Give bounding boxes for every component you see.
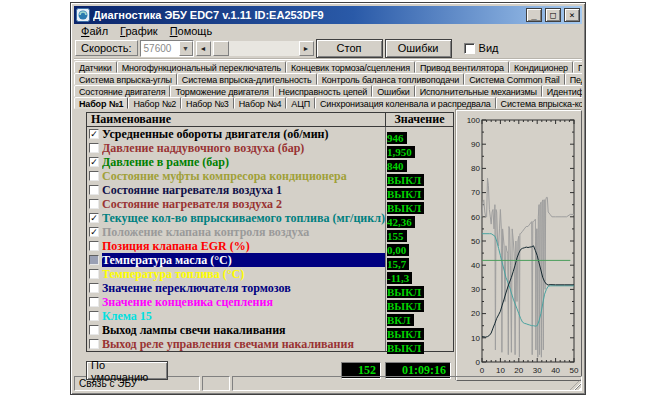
table-row[interactable]: ✓Усредненные обороты двигателя (об/мин)9… bbox=[87, 127, 453, 141]
row-checkbox[interactable] bbox=[89, 241, 99, 251]
view-checkbox-group[interactable]: Вид bbox=[464, 42, 499, 54]
tab-датчики[interactable]: Датчики bbox=[74, 61, 117, 73]
tab-система-впрыска-длительность[interactable]: Система впрыска-длительность bbox=[177, 73, 317, 85]
row-label: Клема 15 bbox=[102, 309, 385, 323]
row-checkbox[interactable] bbox=[89, 199, 99, 209]
table-row[interactable]: ✓Текущее кол-во впрыскиваемого топлива (… bbox=[87, 211, 453, 225]
table-row[interactable]: ✓Давление в рампе (бар)840 bbox=[87, 155, 453, 169]
tab-набор-№3[interactable]: Набор №3 bbox=[181, 97, 234, 109]
row-checkbox[interactable] bbox=[89, 283, 99, 293]
table-row[interactable]: Давление наддувочного воздуха (бар)1,950 bbox=[87, 141, 453, 155]
svg-text:50: 50 bbox=[570, 366, 579, 375]
maximize-button-icon[interactable]: □ bbox=[545, 8, 561, 22]
menu-item[interactable]: Файл bbox=[75, 24, 114, 38]
table-row[interactable]: Состояние нагревателя воздуха 2ВЫКЛ bbox=[87, 197, 453, 211]
row-checkbox[interactable] bbox=[89, 269, 99, 279]
close-button-icon[interactable]: × bbox=[564, 8, 580, 22]
row-checkbox[interactable] bbox=[89, 143, 99, 153]
tab-система-впрыска-количество[interactable]: Система впрыска-количество bbox=[496, 97, 582, 109]
row-checkbox[interactable]: ✓ bbox=[89, 129, 99, 139]
tab-ацп[interactable]: АЦП bbox=[286, 97, 315, 109]
svg-text:30: 30 bbox=[533, 366, 542, 375]
tab-синхронизация-коленвала-и-распредвала[interactable]: Синхронизация коленвала и распредвала bbox=[315, 97, 496, 109]
row-label: Давление в рампе (бар) bbox=[102, 155, 385, 169]
series-engine-rpm-noisy bbox=[482, 178, 574, 357]
menu-item[interactable]: График bbox=[114, 24, 164, 38]
live-chart: 010203040506070809010001020304050 bbox=[458, 113, 580, 378]
speed-combobox[interactable]: 57600 ▼ bbox=[140, 40, 194, 57]
tab-привод-вентилятора[interactable]: Привод вентилятора bbox=[415, 61, 509, 73]
tab-исполнительные-механизмы[interactable]: Исполнительные механизмы bbox=[415, 85, 542, 97]
row-value-cell: 15,7 bbox=[385, 253, 453, 267]
chevron-down-icon[interactable]: ▼ bbox=[179, 41, 193, 56]
tab-набор-№1[interactable]: Набор №1 bbox=[74, 97, 128, 109]
menu-item[interactable]: Помощь bbox=[164, 24, 219, 38]
parameters-table: Наименование Значение ✓Усредненные оборо… bbox=[86, 112, 454, 352]
title-bar[interactable]: Диагностика ЭБУ EDC7 v.1.11 ID:EA253DF9 … bbox=[74, 6, 582, 24]
row-checkbox[interactable] bbox=[89, 339, 99, 349]
table-row[interactable]: Позиция клапана EGR (%)0,00 bbox=[87, 239, 453, 253]
speed-scrollbar[interactable]: ◄ ► bbox=[196, 41, 314, 56]
row-checkbox[interactable] bbox=[89, 171, 99, 181]
scroll-right-icon[interactable]: ► bbox=[299, 41, 314, 56]
row-label: Состояние нагревателя воздуха 2 bbox=[102, 197, 385, 211]
tab-торможение-двигателя[interactable]: Торможение двигателя bbox=[170, 85, 273, 97]
default-button[interactable]: По умолчанию bbox=[86, 361, 168, 380]
table-row[interactable]: Значение концевика сцепленияВЫКЛ bbox=[87, 295, 453, 309]
tab-пневматическая-система[interactable]: Пневматическая система bbox=[573, 61, 582, 73]
row-checkbox[interactable]: ✓ bbox=[89, 227, 99, 237]
svg-text:50: 50 bbox=[471, 237, 480, 246]
table-row[interactable]: ✓Положение клапана контроля воздуха155 bbox=[87, 225, 453, 239]
row-value-cell: -11,3 bbox=[385, 267, 453, 281]
table-row[interactable]: Температура масла (°C)15,7 bbox=[87, 253, 453, 267]
toolbar: Скорость: 57600 ▼ ◄ ► Стоп Ошибки Вид bbox=[74, 38, 582, 59]
row-value-cell: 840 bbox=[385, 155, 453, 169]
row-checkbox[interactable] bbox=[89, 255, 99, 265]
row-checkbox[interactable]: ✓ bbox=[89, 157, 99, 167]
tab-многофункциональный-переключатель[interactable]: Многофункциональный переключатель bbox=[117, 61, 286, 73]
errors-button[interactable]: Ошибки bbox=[385, 39, 452, 58]
tab-идентификация[interactable]: Идентификация bbox=[542, 85, 582, 97]
scroll-left-icon[interactable]: ◄ bbox=[196, 41, 211, 56]
table-row[interactable]: Состояние нагревателя воздуха 1ВЫКЛ bbox=[87, 183, 453, 197]
tab-контроль-баланса-топливоподачи[interactable]: Контроль баланса топливоподачи bbox=[317, 73, 465, 85]
table-row[interactable]: Выход лампы свечи накаливанияВЫКЛ bbox=[87, 323, 453, 337]
tab-система-common-rail[interactable]: Система Common Rail bbox=[464, 73, 564, 85]
svg-text:60: 60 bbox=[471, 213, 480, 222]
scrollbar-track[interactable] bbox=[211, 41, 299, 56]
tab-набор-№4[interactable]: Набор №4 bbox=[234, 97, 287, 109]
table-row[interactable]: Значение переключателя тормозовВЫКЛ bbox=[87, 281, 453, 295]
tab-набор-№2[interactable]: Набор №2 bbox=[128, 97, 181, 109]
row-checkbox[interactable] bbox=[89, 297, 99, 307]
svg-text:20: 20 bbox=[514, 366, 523, 375]
row-checkbox[interactable] bbox=[89, 185, 99, 195]
tab-row: Состояние двигателяТорможение двигателяН… bbox=[74, 85, 582, 97]
row-value-cell: ВЫКЛ bbox=[385, 197, 453, 211]
row-checkbox[interactable]: ✓ bbox=[89, 213, 99, 223]
tab-концевик-тормоза-сцепления[interactable]: Концевик тормоза/сцепления bbox=[286, 61, 415, 73]
tab-row: ДатчикиМногофункциональный переключатель… bbox=[74, 61, 582, 73]
tab-неисправность-цепей[interactable]: Неисправность цепей bbox=[274, 85, 373, 97]
svg-text:10: 10 bbox=[496, 366, 505, 375]
tab-кондиционер[interactable]: Кондиционер bbox=[509, 61, 573, 73]
row-value-cell: 946 bbox=[385, 127, 453, 141]
tab-система-впрыска-углы[interactable]: Система впрыска-углы bbox=[74, 73, 177, 85]
table-row[interactable]: Состояние муфты компресора кондиционераВ… bbox=[87, 169, 453, 183]
resize-grip[interactable] bbox=[570, 379, 581, 390]
row-value-cell: ВЫКЛ bbox=[385, 281, 453, 295]
tab-состояние-двигателя[interactable]: Состояние двигателя bbox=[74, 85, 170, 97]
chart-panel: 010203040506070809010001020304050 bbox=[456, 110, 582, 381]
table-row[interactable]: Выход реле управления свечами накаливани… bbox=[87, 337, 453, 351]
table-row[interactable]: Температура топлива (°C)-11,3 bbox=[87, 267, 453, 281]
tab-педаль-акселератора[interactable]: Педаль акселератора bbox=[565, 73, 582, 85]
svg-text:10: 10 bbox=[471, 334, 480, 343]
view-checkbox[interactable] bbox=[464, 43, 475, 54]
stop-button[interactable]: Стоп bbox=[316, 39, 383, 58]
scrollbar-thumb[interactable] bbox=[213, 41, 229, 56]
table-row[interactable]: Клема 15ВКЛ bbox=[87, 309, 453, 323]
row-checkbox[interactable] bbox=[89, 325, 99, 335]
menu-bar: ФайлГрафикПомощь bbox=[74, 24, 582, 38]
minimize-button-icon[interactable]: _ bbox=[526, 8, 542, 22]
row-checkbox[interactable] bbox=[89, 311, 99, 321]
tab-ошибки[interactable]: Ошибки bbox=[372, 85, 414, 97]
